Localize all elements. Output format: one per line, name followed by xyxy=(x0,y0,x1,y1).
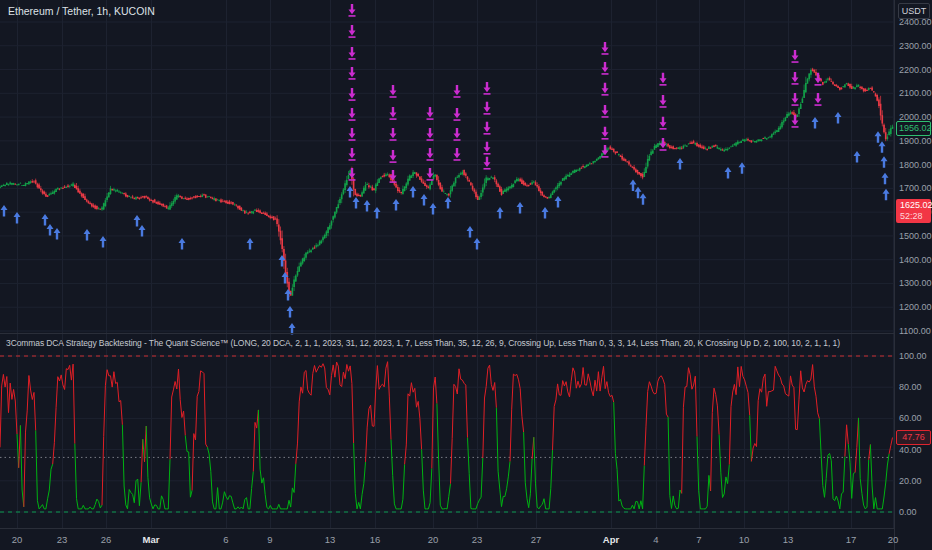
candles-layer xyxy=(0,68,893,297)
time-axis-label: 9 xyxy=(256,534,284,545)
countdown-price-badge: 1625.02 52:28 xyxy=(896,199,931,223)
time-axis-label: 4 xyxy=(642,534,670,545)
time-axis-label: 20 xyxy=(3,534,31,545)
time-axis-label: 13 xyxy=(774,534,802,545)
tradingview-chart-window: Ethereum / Tether, 1h, KUCOIN 3Commas DC… xyxy=(0,0,932,550)
price-scale-axis[interactable]: USDT 2400.002300.002200.002100.002000.00… xyxy=(894,0,932,550)
time-axis-label: Mar xyxy=(137,534,165,545)
grid-layer xyxy=(0,0,894,528)
buy-arrows-layer xyxy=(1,112,890,334)
time-axis-label: 16 xyxy=(361,534,389,545)
indicator-axis-label: 40.00 xyxy=(899,445,922,455)
price-axis-label: 1200.00 xyxy=(899,302,932,312)
time-axis-label: 23 xyxy=(48,534,76,545)
time-axis-label: 10 xyxy=(730,534,758,545)
countdown-price-value: 1625.02 xyxy=(900,200,932,210)
indicator-legend[interactable]: 3Commas DCA Strategy Backtesting - The Q… xyxy=(6,338,840,348)
price-axis-label: 1500.00 xyxy=(899,231,932,241)
time-axis-label: 27 xyxy=(522,534,550,545)
time-axis-label: 20 xyxy=(419,534,447,545)
indicator-axis-label: 100.00 xyxy=(899,351,927,361)
time-axis-label: 7 xyxy=(685,534,713,545)
time-axis-label: 6 xyxy=(212,534,240,545)
price-axis-label: 2200.00 xyxy=(899,65,932,75)
chart-canvas[interactable] xyxy=(0,0,894,528)
oscillator-layer xyxy=(0,356,894,512)
price-axis-label: 1100.00 xyxy=(899,326,931,336)
time-axis-label: 13 xyxy=(316,534,344,545)
indicator-axis-label: 80.00 xyxy=(899,382,922,392)
last-price-badge: 1956.02 xyxy=(896,121,931,136)
bar-countdown: 52:28 xyxy=(900,211,929,222)
price-axis-label: 1900.00 xyxy=(899,136,932,146)
price-axis-label: 2300.00 xyxy=(899,41,932,51)
price-axis-label: 2100.00 xyxy=(899,88,932,98)
symbol-legend[interactable]: Ethereum / Tether, 1h, KUCOIN xyxy=(8,5,155,17)
time-axis-label: 23 xyxy=(463,534,491,545)
price-axis-label: 1800.00 xyxy=(899,160,932,170)
time-axis-label: 17 xyxy=(837,534,865,545)
indicator-value: 47.76 xyxy=(902,432,925,442)
chart-area[interactable]: Ethereum / Tether, 1h, KUCOIN 3Commas DC… xyxy=(0,0,894,528)
time-axis-label: 26 xyxy=(92,534,120,545)
time-scale-axis[interactable]: 202326Mar691316202327Apr4710131720 xyxy=(0,528,894,550)
last-price-value: 1956.02 xyxy=(899,123,932,133)
indicator-value-badge: 47.76 xyxy=(896,430,931,445)
indicator-axis-label: 20.00 xyxy=(899,476,922,486)
price-axis-label: 1700.00 xyxy=(899,183,932,193)
indicator-axis-label: 60.00 xyxy=(899,413,922,423)
time-axis-label: Apr xyxy=(597,534,625,545)
price-axis-label: 1400.00 xyxy=(899,255,932,265)
time-axis-label: 20 xyxy=(879,534,907,545)
price-axis-label: 2400.00 xyxy=(899,17,932,27)
price-axis-label: 1300.00 xyxy=(899,278,932,288)
indicator-axis-label: 0.00 xyxy=(899,507,917,517)
